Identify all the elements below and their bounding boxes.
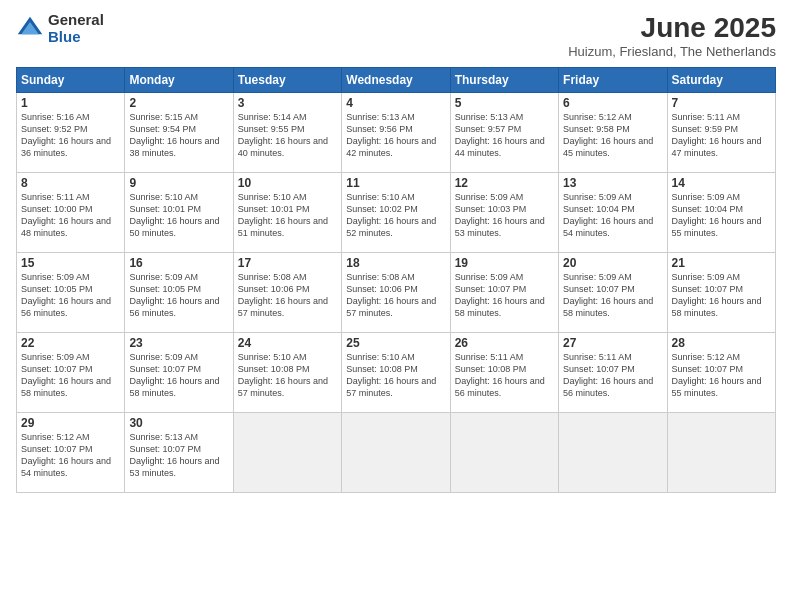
day-number: 9: [129, 176, 228, 190]
cell-info: Sunrise: 5:11 AMSunset: 10:07 PMDaylight…: [563, 352, 653, 398]
table-row: 10 Sunrise: 5:10 AMSunset: 10:01 PMDayli…: [233, 173, 341, 253]
calendar-week-row: 15 Sunrise: 5:09 AMSunset: 10:05 PMDayli…: [17, 253, 776, 333]
cell-info: Sunrise: 5:12 AMSunset: 9:58 PMDaylight:…: [563, 112, 653, 158]
cell-info: Sunrise: 5:13 AMSunset: 10:07 PMDaylight…: [129, 432, 219, 478]
cell-info: Sunrise: 5:13 AMSunset: 9:57 PMDaylight:…: [455, 112, 545, 158]
table-row: 27 Sunrise: 5:11 AMSunset: 10:07 PMDayli…: [559, 333, 667, 413]
day-number: 27: [563, 336, 662, 350]
cell-info: Sunrise: 5:11 AMSunset: 10:00 PMDaylight…: [21, 192, 111, 238]
table-row: 13 Sunrise: 5:09 AMSunset: 10:04 PMDayli…: [559, 173, 667, 253]
table-row: 5 Sunrise: 5:13 AMSunset: 9:57 PMDayligh…: [450, 93, 558, 173]
header-monday: Monday: [125, 68, 233, 93]
day-number: 3: [238, 96, 337, 110]
day-number: 19: [455, 256, 554, 270]
day-number: 22: [21, 336, 120, 350]
logo-text: General Blue: [48, 12, 104, 45]
header-sunday: Sunday: [17, 68, 125, 93]
day-number: 15: [21, 256, 120, 270]
day-number: 17: [238, 256, 337, 270]
page: General Blue June 2025 Huizum, Friesland…: [0, 0, 792, 612]
day-number: 2: [129, 96, 228, 110]
logo-blue-label: Blue: [48, 29, 104, 46]
header-friday: Friday: [559, 68, 667, 93]
table-row: 4 Sunrise: 5:13 AMSunset: 9:56 PMDayligh…: [342, 93, 450, 173]
day-number: 29: [21, 416, 120, 430]
cell-info: Sunrise: 5:10 AMSunset: 10:01 PMDaylight…: [129, 192, 219, 238]
table-row: 6 Sunrise: 5:12 AMSunset: 9:58 PMDayligh…: [559, 93, 667, 173]
day-number: 8: [21, 176, 120, 190]
table-row: 12 Sunrise: 5:09 AMSunset: 10:03 PMDayli…: [450, 173, 558, 253]
day-number: 12: [455, 176, 554, 190]
location-title: Huizum, Friesland, The Netherlands: [568, 44, 776, 59]
table-row: 11 Sunrise: 5:10 AMSunset: 10:02 PMDayli…: [342, 173, 450, 253]
header-wednesday: Wednesday: [342, 68, 450, 93]
day-number: 13: [563, 176, 662, 190]
day-number: 23: [129, 336, 228, 350]
table-row: 7 Sunrise: 5:11 AMSunset: 9:59 PMDayligh…: [667, 93, 775, 173]
table-row: 16 Sunrise: 5:09 AMSunset: 10:05 PMDayli…: [125, 253, 233, 333]
cell-info: Sunrise: 5:09 AMSunset: 10:05 PMDaylight…: [129, 272, 219, 318]
table-row: 15 Sunrise: 5:09 AMSunset: 10:05 PMDayli…: [17, 253, 125, 333]
cell-info: Sunrise: 5:09 AMSunset: 10:07 PMDaylight…: [21, 352, 111, 398]
cell-info: Sunrise: 5:10 AMSunset: 10:08 PMDaylight…: [238, 352, 328, 398]
day-number: 1: [21, 96, 120, 110]
cell-info: Sunrise: 5:15 AMSunset: 9:54 PMDaylight:…: [129, 112, 219, 158]
logo: General Blue: [16, 12, 104, 45]
table-row: 18 Sunrise: 5:08 AMSunset: 10:06 PMDayli…: [342, 253, 450, 333]
day-number: 16: [129, 256, 228, 270]
cell-info: Sunrise: 5:14 AMSunset: 9:55 PMDaylight:…: [238, 112, 328, 158]
day-number: 6: [563, 96, 662, 110]
cell-info: Sunrise: 5:12 AMSunset: 10:07 PMDaylight…: [672, 352, 762, 398]
table-row: 17 Sunrise: 5:08 AMSunset: 10:06 PMDayli…: [233, 253, 341, 333]
table-row: [667, 413, 775, 493]
calendar-week-row: 1 Sunrise: 5:16 AMSunset: 9:52 PMDayligh…: [17, 93, 776, 173]
cell-info: Sunrise: 5:10 AMSunset: 10:08 PMDaylight…: [346, 352, 436, 398]
logo-icon: [16, 15, 44, 43]
day-number: 7: [672, 96, 771, 110]
cell-info: Sunrise: 5:10 AMSunset: 10:01 PMDaylight…: [238, 192, 328, 238]
day-number: 26: [455, 336, 554, 350]
cell-info: Sunrise: 5:11 AMSunset: 10:08 PMDaylight…: [455, 352, 545, 398]
header-thursday: Thursday: [450, 68, 558, 93]
calendar-table: Sunday Monday Tuesday Wednesday Thursday…: [16, 67, 776, 493]
day-number: 24: [238, 336, 337, 350]
cell-info: Sunrise: 5:09 AMSunset: 10:07 PMDaylight…: [563, 272, 653, 318]
day-number: 5: [455, 96, 554, 110]
table-row: 22 Sunrise: 5:09 AMSunset: 10:07 PMDayli…: [17, 333, 125, 413]
table-row: [233, 413, 341, 493]
header: General Blue June 2025 Huizum, Friesland…: [16, 12, 776, 59]
table-row: 9 Sunrise: 5:10 AMSunset: 10:01 PMDaylig…: [125, 173, 233, 253]
table-row: 14 Sunrise: 5:09 AMSunset: 10:04 PMDayli…: [667, 173, 775, 253]
day-number: 21: [672, 256, 771, 270]
table-row: 19 Sunrise: 5:09 AMSunset: 10:07 PMDayli…: [450, 253, 558, 333]
table-row: 20 Sunrise: 5:09 AMSunset: 10:07 PMDayli…: [559, 253, 667, 333]
cell-info: Sunrise: 5:09 AMSunset: 10:07 PMDaylight…: [455, 272, 545, 318]
table-row: [450, 413, 558, 493]
cell-info: Sunrise: 5:12 AMSunset: 10:07 PMDaylight…: [21, 432, 111, 478]
cell-info: Sunrise: 5:09 AMSunset: 10:05 PMDaylight…: [21, 272, 111, 318]
logo-general-label: General: [48, 12, 104, 29]
cell-info: Sunrise: 5:09 AMSunset: 10:07 PMDaylight…: [672, 272, 762, 318]
cell-info: Sunrise: 5:10 AMSunset: 10:02 PMDaylight…: [346, 192, 436, 238]
calendar-week-row: 22 Sunrise: 5:09 AMSunset: 10:07 PMDayli…: [17, 333, 776, 413]
weekday-header-row: Sunday Monday Tuesday Wednesday Thursday…: [17, 68, 776, 93]
day-number: 11: [346, 176, 445, 190]
day-number: 10: [238, 176, 337, 190]
day-number: 18: [346, 256, 445, 270]
day-number: 4: [346, 96, 445, 110]
cell-info: Sunrise: 5:08 AMSunset: 10:06 PMDaylight…: [238, 272, 328, 318]
table-row: [342, 413, 450, 493]
table-row: 2 Sunrise: 5:15 AMSunset: 9:54 PMDayligh…: [125, 93, 233, 173]
day-number: 25: [346, 336, 445, 350]
table-row: 3 Sunrise: 5:14 AMSunset: 9:55 PMDayligh…: [233, 93, 341, 173]
header-tuesday: Tuesday: [233, 68, 341, 93]
day-number: 20: [563, 256, 662, 270]
table-row: 28 Sunrise: 5:12 AMSunset: 10:07 PMDayli…: [667, 333, 775, 413]
header-saturday: Saturday: [667, 68, 775, 93]
month-title: June 2025: [568, 12, 776, 44]
table-row: 23 Sunrise: 5:09 AMSunset: 10:07 PMDayli…: [125, 333, 233, 413]
day-number: 30: [129, 416, 228, 430]
calendar-week-row: 29 Sunrise: 5:12 AMSunset: 10:07 PMDayli…: [17, 413, 776, 493]
cell-info: Sunrise: 5:13 AMSunset: 9:56 PMDaylight:…: [346, 112, 436, 158]
day-number: 28: [672, 336, 771, 350]
